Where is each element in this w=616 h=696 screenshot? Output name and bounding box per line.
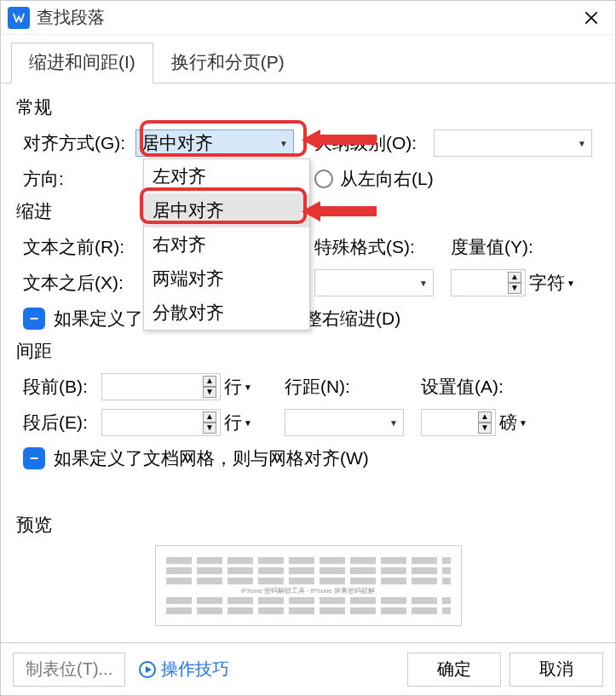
align-option-justify[interactable]: 两端对齐: [144, 262, 309, 296]
chevron-down-icon: ▼: [244, 383, 252, 392]
outline-combo[interactable]: ▼: [434, 129, 592, 157]
app-logo-icon: [8, 7, 30, 29]
close-icon: [583, 9, 600, 26]
linespace-label: 行距(N):: [285, 375, 421, 399]
chevron-down-icon: ▼: [279, 139, 288, 148]
close-button[interactable]: [574, 1, 608, 35]
cancel-button[interactable]: 取消: [509, 653, 603, 687]
align-option-left[interactable]: 左对齐: [144, 159, 309, 193]
spinner-icon: ▲▼: [203, 411, 216, 434]
titlebar: 查找段落: [1, 1, 615, 35]
align-option-right[interactable]: 右对齐: [144, 227, 309, 262]
metric-label: 度量值(Y):: [451, 235, 570, 259]
text-after-label: 文本之后(X):: [16, 271, 135, 295]
radio-ltr-label: 从左向右(L): [340, 167, 434, 191]
align-combo[interactable]: 居中对齐 ▼: [135, 129, 294, 157]
char-unit[interactable]: 字符▼: [529, 271, 575, 295]
checkbox-spacing-grid-label: 如果定义了文档网格，则与网格对齐(W): [54, 446, 369, 470]
line-unit-before[interactable]: 行▼: [224, 375, 252, 399]
section-spacing: 间距: [16, 339, 600, 363]
ok-button[interactable]: 确定: [407, 653, 501, 687]
before-para-spinner[interactable]: ▲▼: [101, 373, 221, 400]
direction-label: 方向:: [16, 167, 135, 191]
linespace-combo[interactable]: ▼: [285, 409, 404, 436]
section-preview: 预览: [16, 513, 600, 537]
row-spacing-grid-check: − 如果定义了文档网格，则与网格对齐(W): [16, 443, 600, 474]
align-option-scatter[interactable]: 分散对齐: [144, 296, 309, 330]
play-icon: [139, 661, 156, 678]
align-combo-value: 居中对齐: [141, 131, 279, 155]
spinner-icon: ▲▼: [203, 376, 216, 398]
chevron-down-icon: ▼: [419, 279, 428, 288]
align-label: 对齐方式(G):: [16, 131, 135, 155]
tab-line-page[interactable]: 换行和分页(P): [153, 43, 302, 83]
setval-spinner[interactable]: ▲▼: [421, 409, 496, 436]
spinner-icon: ▲▼: [478, 411, 492, 434]
tips-link[interactable]: 操作技巧: [139, 658, 229, 681]
tab-bar: 缩进和间距(I) 换行和分页(P): [1, 35, 615, 83]
text-before-label: 文本之前(R):: [16, 235, 135, 259]
tabs-button[interactable]: 制表位(T)...: [13, 653, 125, 687]
setval-label: 设置值(A):: [421, 375, 540, 399]
after-para-label: 段后(E):: [16, 411, 101, 434]
checkbox-spacing-grid[interactable]: −: [23, 447, 45, 469]
chevron-down-icon: ▼: [519, 418, 527, 428]
align-option-center[interactable]: 居中对齐: [144, 193, 309, 227]
section-general: 常规: [16, 95, 600, 119]
radio-ltr[interactable]: [314, 170, 333, 188]
chevron-down-icon: ▼: [389, 418, 398, 428]
special-format-combo[interactable]: ▼: [314, 269, 434, 296]
before-para-label: 段前(B):: [16, 375, 101, 399]
special-format-label: 特殊格式(S):: [314, 235, 451, 259]
pound-unit[interactable]: 磅▼: [499, 411, 527, 434]
metric-spinner[interactable]: ▲▼: [451, 269, 526, 296]
chevron-down-icon: ▼: [244, 418, 252, 428]
line-unit-after[interactable]: 行▼: [224, 411, 252, 434]
paragraph-dialog: 查找段落 缩进和间距(I) 换行和分页(P) 常规 对齐方式(G): 居中对齐 …: [0, 0, 616, 696]
tab-indent-spacing[interactable]: 缩进和间距(I): [11, 43, 153, 83]
dialog-footer: 制表位(T)... 操作技巧 确定 取消: [1, 642, 615, 695]
preview-area: iPhone 密码解锁工具 · iPhone 屏幕密码破解: [155, 545, 462, 626]
row-spacing-before: 段前(B): ▲▼ 行▼ 行距(N): 设置值(A):: [16, 371, 600, 402]
chevron-down-icon: ▼: [567, 279, 575, 288]
chevron-down-icon: ▼: [578, 139, 586, 148]
after-para-spinner[interactable]: ▲▼: [101, 409, 221, 436]
spinner-icon: ▲▼: [508, 272, 521, 294]
checkbox-indent-grid[interactable]: −: [23, 308, 45, 330]
window-title: 查找段落: [37, 6, 574, 29]
align-dropdown: 左对齐 居中对齐 右对齐 两端对齐 分散对齐: [143, 158, 310, 331]
row-alignment: 对齐方式(G): 居中对齐 ▼ 大纲级别(O): ▼: [16, 128, 600, 158]
row-spacing-after: 段后(E): ▲▼ 行▼ ▼ ▲▼ 磅▼: [16, 407, 600, 438]
outline-label: 大纲级别(O):: [314, 131, 434, 155]
